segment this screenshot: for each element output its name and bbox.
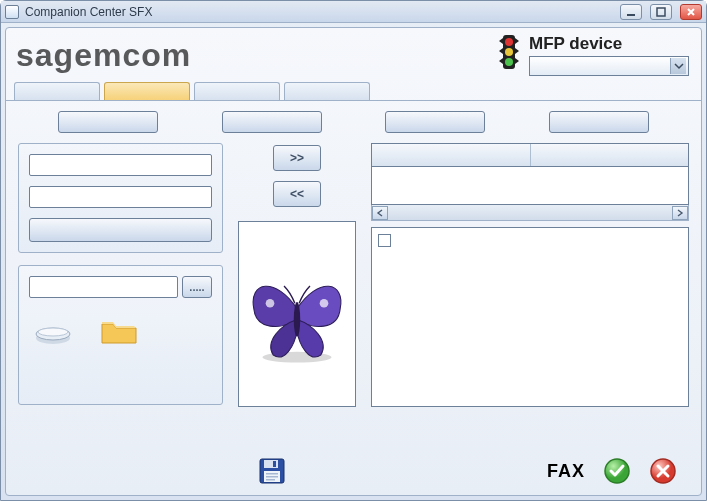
titlebar: Companion Center SFX (1, 1, 706, 23)
butterfly-image (243, 260, 351, 368)
ok-button[interactable] (603, 457, 631, 485)
device-label: MFP device (529, 34, 689, 54)
chevron-down-icon (670, 58, 686, 74)
top-bar: sagemcom MFP device (6, 28, 701, 76)
close-button[interactable] (680, 4, 702, 20)
list-column-2[interactable] (531, 144, 689, 166)
move-left-button[interactable]: << (273, 181, 321, 207)
list-header (371, 143, 689, 167)
svg-point-10 (266, 299, 275, 308)
left-column: ..... (18, 143, 223, 407)
scroll-left-icon[interactable] (372, 206, 388, 220)
bottom-bar: FAX (20, 457, 687, 485)
toolbar-button-3[interactable] (385, 111, 485, 133)
svg-point-8 (38, 328, 68, 336)
text-input-1[interactable] (29, 154, 212, 176)
tab-3[interactable] (194, 82, 280, 100)
app-window: Companion Center SFX sagemcom M (0, 0, 707, 501)
device-select[interactable] (529, 56, 689, 76)
toolbar-button-1[interactable] (58, 111, 158, 133)
fax-label: FAX (547, 461, 585, 482)
move-right-button[interactable]: >> (273, 145, 321, 171)
svg-point-12 (294, 302, 300, 337)
close-icon (686, 7, 696, 17)
left-panel-2: ..... (18, 265, 223, 405)
tab-1[interactable] (14, 82, 100, 100)
maximize-button[interactable] (650, 4, 672, 20)
scanner-icon[interactable] (33, 316, 73, 346)
checkbox-1[interactable] (378, 234, 391, 247)
minimize-button[interactable] (620, 4, 642, 20)
text-input-2[interactable] (29, 186, 212, 208)
svg-point-3 (505, 38, 513, 46)
tab-4[interactable] (284, 82, 370, 100)
svg-rect-19 (266, 479, 275, 481)
save-button[interactable] (258, 457, 286, 485)
svg-point-4 (505, 48, 513, 56)
cancel-button[interactable] (649, 457, 677, 485)
main-area: ..... >> (6, 143, 701, 407)
minimize-icon (626, 7, 636, 17)
list-body[interactable] (371, 167, 689, 205)
toolbar-button-4[interactable] (549, 111, 649, 133)
client-area: sagemcom MFP device (5, 27, 702, 496)
list-column-1[interactable] (372, 144, 531, 166)
preview-panel (238, 221, 356, 407)
svg-rect-1 (657, 8, 665, 16)
brand-logo: sagemcom (16, 37, 191, 74)
left-panel-1 (18, 143, 223, 253)
tab-2[interactable] (104, 82, 190, 100)
tabs (6, 76, 701, 101)
app-icon (5, 5, 19, 19)
svg-rect-17 (266, 473, 278, 475)
right-column (371, 143, 689, 407)
toolbar (6, 101, 701, 143)
svg-rect-15 (273, 461, 276, 467)
scroll-right-icon[interactable] (672, 206, 688, 220)
browse-button[interactable]: ..... (182, 276, 212, 298)
left-panel-action-button[interactable] (29, 218, 212, 242)
maximize-icon (656, 7, 666, 17)
folder-icon[interactable] (99, 316, 139, 346)
path-input[interactable] (29, 276, 178, 298)
horizontal-scrollbar[interactable] (371, 205, 689, 221)
svg-point-5 (505, 58, 513, 66)
traffic-light-icon (497, 35, 521, 75)
svg-rect-0 (627, 14, 635, 16)
window-title: Companion Center SFX (25, 5, 612, 19)
middle-column: >> << (237, 143, 357, 407)
toolbar-button-2[interactable] (222, 111, 322, 133)
svg-rect-18 (266, 476, 278, 478)
checkbox-panel (371, 227, 689, 407)
svg-point-11 (320, 299, 329, 308)
device-area: MFP device (497, 34, 689, 76)
